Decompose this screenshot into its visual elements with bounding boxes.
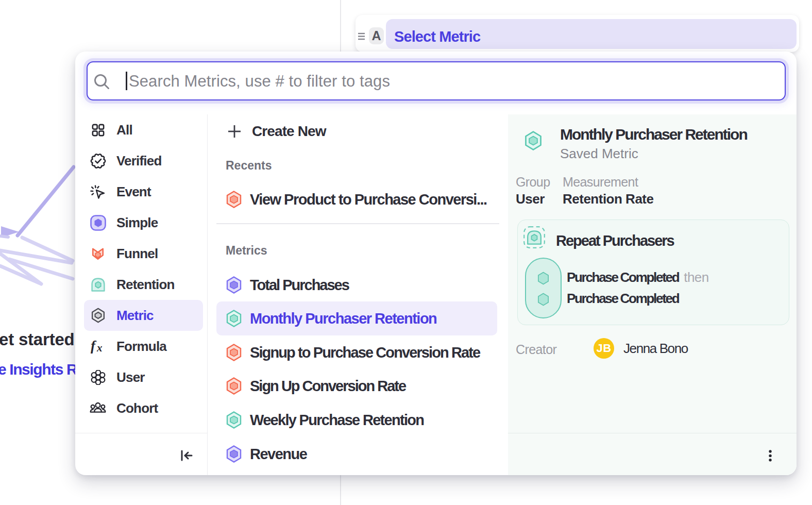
svg-text:x: x <box>96 342 103 354</box>
svg-text:f: f <box>91 338 97 354</box>
